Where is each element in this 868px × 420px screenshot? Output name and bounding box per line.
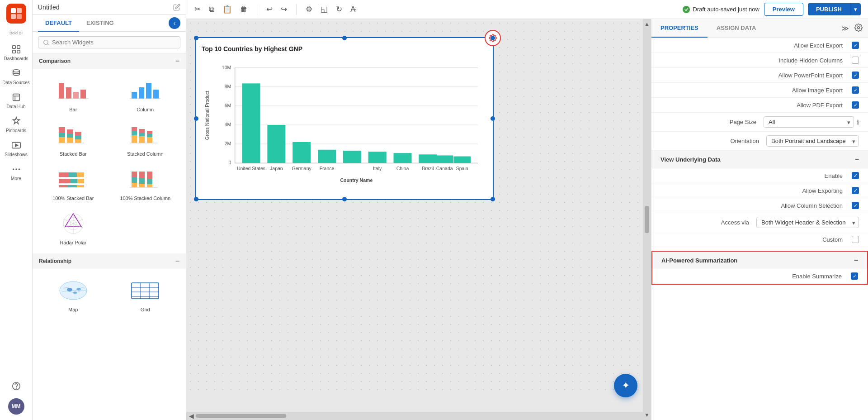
ctrl-enable-summarize[interactable]: ✓ bbox=[851, 272, 858, 280]
sidebar-item-datahub[interactable]: Data Hub bbox=[0, 89, 32, 113]
section-underlying-data: View Underlying Data − bbox=[651, 151, 868, 168]
svg-rect-2 bbox=[11, 14, 16, 19]
props-settings-icon[interactable] bbox=[853, 22, 864, 35]
resize-handle-bottom[interactable] bbox=[342, 197, 347, 201]
svg-rect-52 bbox=[77, 172, 84, 177]
tab-existing[interactable]: EXISTING bbox=[79, 15, 121, 32]
chart-widget[interactable]: Top 10 Countries by Highest GNP bbox=[195, 37, 494, 200]
checkbox-enable[interactable]: ✓ bbox=[852, 172, 859, 179]
ctrl-allow-image-export[interactable]: ✓ bbox=[852, 86, 859, 94]
resize-handle-topleft[interactable] bbox=[194, 36, 198, 40]
ctrl-allow-exporting[interactable]: ✓ bbox=[852, 187, 859, 194]
checkbox-column-selection[interactable]: ✓ bbox=[852, 202, 859, 209]
svg-rect-51 bbox=[69, 172, 77, 177]
section-ai-collapse[interactable]: − bbox=[854, 256, 858, 264]
sidebar-item-more[interactable]: More bbox=[0, 161, 32, 185]
ctrl-enable[interactable]: ✓ bbox=[852, 172, 859, 179]
app-logo[interactable] bbox=[6, 4, 26, 24]
preview-button[interactable]: Preview bbox=[764, 3, 803, 16]
ctrl-allow-column-selection[interactable]: ✓ bbox=[852, 202, 859, 209]
scroll-thumb-vertical[interactable] bbox=[645, 206, 649, 233]
resize-handle-left[interactable] bbox=[194, 116, 198, 121]
section-relationship-collapse[interactable]: − bbox=[175, 257, 179, 265]
sidebar-item-datasources[interactable]: Data Sources bbox=[0, 65, 32, 89]
sidebar-item-slideshows[interactable]: Slideshows bbox=[0, 137, 32, 161]
layers-icon[interactable]: ◱ bbox=[320, 4, 329, 15]
horizontal-scrollbar[interactable]: ◀ ▶ bbox=[186, 412, 651, 420]
widget-100-stacked-column[interactable]: 100% Stacked Column bbox=[111, 163, 180, 204]
widget-stacked-bar-label: Stacked Bar bbox=[60, 151, 87, 157]
ctrl-page-size[interactable]: All A4 Letter ℹ bbox=[764, 116, 859, 128]
checkbox-image[interactable]: ✓ bbox=[852, 86, 859, 94]
sidebar-bottom: MM bbox=[8, 377, 24, 420]
dashboard-title-input[interactable] bbox=[38, 4, 170, 11]
select-orientation[interactable]: Both Portrait and Landscape Portrait Lan… bbox=[766, 135, 859, 147]
search-input[interactable] bbox=[52, 39, 175, 46]
ctrl-access-via[interactable]: Both Widget Header & Selection Widget He… bbox=[756, 217, 859, 228]
sidebar-item-dashboards[interactable]: Dashboards bbox=[0, 41, 32, 65]
svg-rect-62 bbox=[139, 184, 145, 187]
ctrl-allow-pdf-export[interactable]: ✓ bbox=[852, 101, 859, 109]
svg-rect-53 bbox=[59, 179, 70, 183]
ctrl-custom[interactable] bbox=[852, 236, 859, 243]
checkbox-ppt[interactable]: ✓ bbox=[852, 72, 859, 79]
scroll-thumb-horizontal[interactable] bbox=[196, 414, 286, 418]
ctrl-orientation[interactable]: Both Portrait and Landscape Portrait Lan… bbox=[766, 135, 859, 147]
tab-assign-data[interactable]: ASSIGN DATA bbox=[708, 19, 765, 38]
widget-column[interactable]: Column bbox=[111, 74, 180, 115]
refresh-icon[interactable]: ↻ bbox=[335, 4, 343, 15]
widget-grid[interactable]: Grid bbox=[111, 274, 180, 315]
checkbox-hidden-cols[interactable] bbox=[852, 57, 859, 64]
cut-icon[interactable]: ✂ bbox=[193, 4, 202, 15]
paste-icon[interactable]: 📋 bbox=[222, 4, 233, 15]
svg-rect-41 bbox=[132, 131, 137, 135]
canvas-scroll-wrap[interactable]: Top 10 Countries by Highest GNP bbox=[186, 19, 651, 420]
resize-handle-bottomright[interactable] bbox=[491, 197, 495, 201]
ctrl-include-hidden-cols[interactable] bbox=[852, 57, 859, 64]
fab-button[interactable]: ✦ bbox=[614, 374, 637, 397]
svg-rect-42 bbox=[132, 127, 137, 131]
select-access-via[interactable]: Both Widget Header & Selection Widget He… bbox=[756, 217, 859, 228]
widget-100-stacked-bar[interactable]: 100% Stacked Bar bbox=[39, 163, 108, 204]
tab-properties[interactable]: PROPERTIES bbox=[651, 19, 708, 38]
checkbox-allow-exporting[interactable]: ✓ bbox=[852, 187, 859, 194]
filter-icon[interactable]: ⚙ bbox=[305, 4, 313, 15]
widget-stacked-bar[interactable]: Stacked Bar bbox=[39, 119, 108, 159]
svg-rect-40 bbox=[132, 135, 137, 143]
ctrl-allow-ppt-export[interactable]: ✓ bbox=[852, 72, 859, 79]
translate-icon[interactable]: A̶ bbox=[349, 4, 357, 15]
resize-handle-bottomleft[interactable] bbox=[194, 197, 198, 201]
publish-button[interactable]: PUBLISH bbox=[808, 3, 850, 15]
tab-back-arrow[interactable]: ‹ bbox=[169, 17, 180, 29]
checkbox-enable-summarize[interactable]: ✓ bbox=[851, 272, 858, 280]
section-comparison-collapse[interactable]: − bbox=[175, 57, 179, 65]
vertical-scrollbar[interactable]: ▲ ▼ bbox=[643, 19, 651, 420]
undo-icon[interactable]: ↩ bbox=[265, 4, 274, 15]
redo-icon[interactable]: ↪ bbox=[280, 4, 288, 15]
resize-handle-right[interactable] bbox=[491, 116, 495, 121]
delete-icon[interactable]: 🗑 bbox=[239, 4, 249, 15]
user-avatar[interactable]: MM bbox=[8, 398, 24, 415]
copy-icon[interactable]: ⧉ bbox=[208, 4, 215, 15]
resize-handle-top[interactable] bbox=[342, 36, 347, 40]
ctrl-allow-excel-export[interactable]: ✓ bbox=[852, 42, 859, 49]
svg-rect-55 bbox=[77, 179, 84, 183]
sidebar-item-pinboards[interactable]: Pinboards bbox=[0, 113, 32, 137]
scroll-down-arrow[interactable]: ▼ bbox=[644, 412, 650, 418]
scroll-left-arrow[interactable]: ◀ bbox=[189, 412, 194, 420]
publish-dropdown-button[interactable]: ▾ bbox=[850, 3, 861, 15]
checkbox-custom[interactable] bbox=[852, 236, 859, 243]
checkbox-pdf[interactable]: ✓ bbox=[852, 101, 859, 109]
scroll-up-arrow[interactable]: ▲ bbox=[644, 21, 650, 27]
widget-bar[interactable]: Bar bbox=[39, 74, 108, 115]
tab-default[interactable]: DEFAULT bbox=[38, 15, 79, 32]
props-expand-icon[interactable]: ≫ bbox=[840, 22, 851, 34]
resize-handle-topright[interactable] bbox=[491, 36, 495, 40]
sidebar-item-help[interactable] bbox=[8, 377, 24, 395]
checkbox-excel[interactable]: ✓ bbox=[852, 42, 859, 49]
widget-stacked-column[interactable]: Stacked Column bbox=[111, 119, 180, 159]
widget-map[interactable]: Map bbox=[39, 274, 108, 315]
widget-radar-polar[interactable]: Radar Polar bbox=[39, 207, 108, 248]
select-page-size[interactable]: All A4 Letter bbox=[764, 116, 854, 128]
section-underlying-collapse[interactable]: − bbox=[855, 155, 859, 163]
